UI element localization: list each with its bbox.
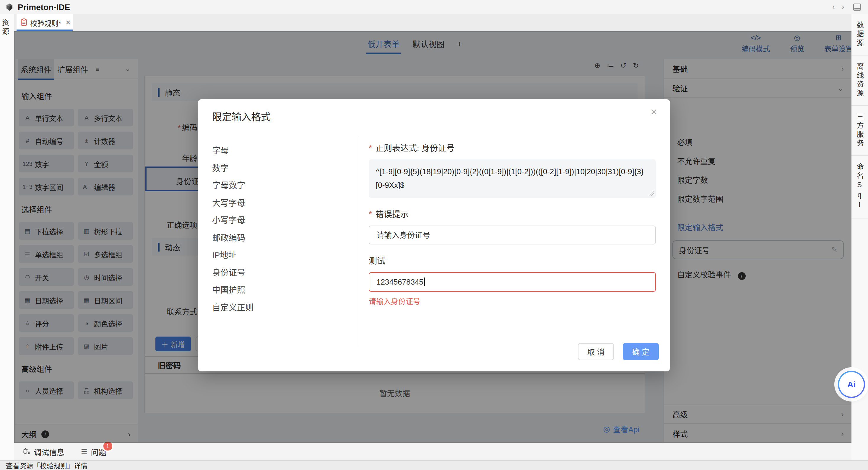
status-bar: 查看资源「校验规则」详情 bbox=[0, 460, 868, 470]
debug-bar: 调试信息 ☰ 问题 1 bbox=[14, 442, 851, 461]
test-label: 测试 bbox=[369, 255, 656, 266]
file-icon bbox=[21, 18, 27, 28]
close-dialog-icon[interactable]: ✕ bbox=[650, 107, 658, 118]
format-option[interactable]: 大写字母 bbox=[212, 199, 253, 207]
format-option[interactable]: 自定义正则 bbox=[212, 303, 253, 311]
right-strip-item[interactable]: 命名Sql bbox=[851, 156, 868, 219]
divider bbox=[359, 136, 359, 346]
right-strip-item[interactable]: 离线资源 bbox=[851, 56, 868, 106]
text-caret bbox=[424, 278, 425, 286]
format-option[interactable]: 字母数字 bbox=[212, 181, 253, 190]
format-option[interactable]: 小写字母 bbox=[212, 216, 253, 224]
dialog-title: 限定输入格式 bbox=[212, 109, 271, 124]
status-text: 查看资源「校验规则」详情 bbox=[6, 461, 88, 470]
app-root: Primeton-IDE ‹ › 资源 数据源离线资源三方服务命名Sql 校验规… bbox=[0, 0, 868, 470]
dialog-footer: 取 消 确 定 bbox=[578, 343, 659, 360]
list-icon: ☰ bbox=[81, 447, 88, 456]
title-bar: Primeton-IDE ‹ › bbox=[0, 0, 868, 15]
bug-icon bbox=[23, 447, 30, 457]
regex-textarea[interactable]: ^[1-9][0-9]{5}(18|19|20)[0-9]{2}((0[1-9]… bbox=[369, 160, 656, 198]
test-error-text: 请输入身份证号 bbox=[369, 295, 656, 306]
file-tab-bar: 校验规则* ✕ bbox=[14, 14, 851, 32]
error-prompt-input[interactable]: 请输入身份证号 bbox=[369, 226, 656, 244]
cancel-button[interactable]: 取 消 bbox=[578, 343, 614, 360]
format-option[interactable]: 字母 bbox=[212, 146, 253, 155]
nav-forward-icon[interactable]: › bbox=[842, 2, 844, 12]
required-star: * bbox=[369, 143, 372, 152]
right-strip-item[interactable]: 三方服务 bbox=[851, 106, 868, 156]
format-form: * 正则表达式: 身份证号 ^[1-9][0-9]{5}(18|19|20)[0… bbox=[369, 142, 656, 306]
regex-label: * 正则表达式: 身份证号 bbox=[369, 142, 656, 154]
format-option[interactable]: 数字 bbox=[212, 164, 253, 172]
panel-toggle-icon[interactable] bbox=[853, 4, 861, 11]
close-tab-icon[interactable]: ✕ bbox=[65, 19, 71, 27]
format-option[interactable]: 身份证号 bbox=[212, 268, 253, 277]
left-resource-strip: 资源 bbox=[0, 14, 15, 461]
format-list: 字母数字字母数字大写字母小写字母邮政编码IP地址身份证号中国护照自定义正则 bbox=[212, 146, 253, 311]
ai-assistant-button[interactable]: Ai bbox=[838, 371, 865, 398]
confirm-button[interactable]: 确 定 bbox=[623, 343, 659, 360]
debug-info-button[interactable]: 调试信息 bbox=[23, 446, 64, 457]
nav-back-icon[interactable]: ‹ bbox=[832, 2, 835, 12]
format-option[interactable]: IP地址 bbox=[212, 251, 253, 259]
sidebar-item-resources[interactable]: 资源 bbox=[0, 19, 14, 37]
format-option[interactable]: 中国护照 bbox=[212, 286, 253, 294]
format-option[interactable]: 邮政编码 bbox=[212, 234, 253, 242]
problems-button[interactable]: ☰ 问题 1 bbox=[81, 446, 106, 457]
tab-label: 校验规则* bbox=[30, 18, 61, 28]
required-star: * bbox=[369, 209, 372, 219]
app-title: Primeton-IDE bbox=[18, 2, 70, 12]
resize-handle[interactable] bbox=[649, 191, 654, 196]
format-dialog: 限定输入格式 ✕ 字母数字字母数字大写字母小写字母邮政编码IP地址身份证号中国护… bbox=[198, 99, 670, 371]
test-input[interactable]: 12345678345 bbox=[369, 272, 656, 292]
right-strip-item[interactable]: 数据源 bbox=[851, 14, 868, 56]
tab-validation-rules[interactable]: 校验规则* ✕ bbox=[17, 14, 73, 31]
app-logo-icon bbox=[5, 3, 13, 11]
error-prompt-label: * 错误提示 bbox=[369, 208, 656, 220]
